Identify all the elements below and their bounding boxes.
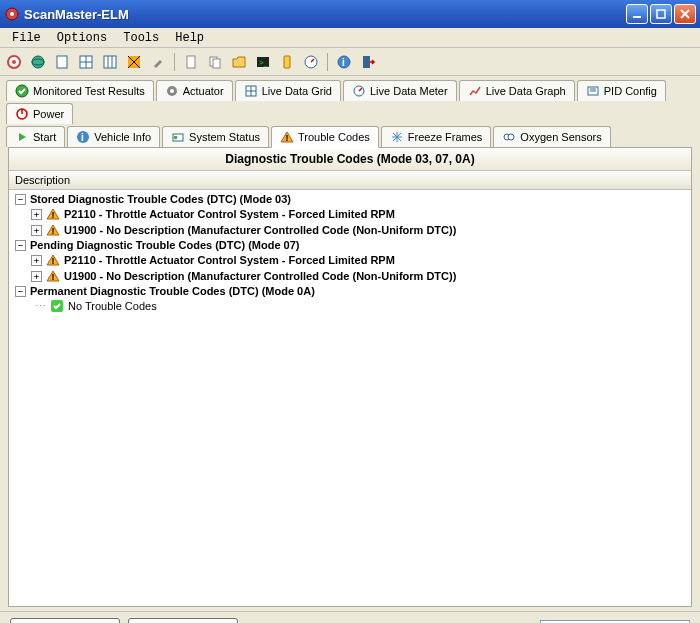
tab-strip: Monitored Test ResultsActuatorLive Data … [0, 76, 700, 124]
tab-system-status[interactable]: System Status [162, 126, 269, 147]
tree-row[interactable]: +!P2110 - Throttle Actuator Control Syst… [11, 206, 689, 222]
toolbar-target-icon[interactable] [4, 52, 24, 72]
toolbar-globe-icon[interactable] [28, 52, 48, 72]
menu-file[interactable]: File [4, 29, 49, 47]
tab-live-data-graph[interactable]: Live Data Graph [459, 80, 575, 101]
dtc-item-label: U1900 - No Description (Manufacturer Con… [64, 224, 456, 236]
svg-rect-46 [174, 136, 177, 139]
svg-rect-20 [213, 59, 220, 68]
info-icon: i [76, 130, 90, 144]
close-button[interactable] [674, 4, 696, 24]
toolbar-folder-icon[interactable] [229, 52, 249, 72]
toolbar-copy-icon[interactable] [205, 52, 225, 72]
toolbar-device-icon[interactable] [277, 52, 297, 72]
tab-start[interactable]: Start [6, 126, 65, 147]
svg-text:!: ! [52, 226, 55, 236]
tab-label: Oxygen Sensors [520, 131, 601, 143]
tab-label: Live Data Graph [486, 85, 566, 97]
toolbar-flag-icon[interactable] [124, 52, 144, 72]
tab-live-data-grid[interactable]: Live Data Grid [235, 80, 341, 101]
tree-row[interactable]: −Stored Diagnostic Trouble Codes (DTC) (… [11, 192, 689, 206]
tab-label: PID Config [604, 85, 657, 97]
toolbar-info-icon[interactable]: i [334, 52, 354, 72]
warning-icon: ! [46, 223, 60, 237]
grid-icon [244, 84, 258, 98]
toolbar-terminal-icon[interactable]: >_ [253, 52, 273, 72]
pid-icon [586, 84, 600, 98]
tab-label: Power [33, 108, 64, 120]
dtc-item-label: P2110 - Throttle Actuator Control System… [64, 208, 395, 220]
warning-icon: ! [46, 269, 60, 283]
toolbar-grid-icon[interactable] [76, 52, 96, 72]
tab-freeze-frames[interactable]: Freeze Frames [381, 126, 492, 147]
toolbar-exit-icon[interactable] [358, 52, 378, 72]
maximize-button[interactable] [650, 4, 672, 24]
tab-power[interactable]: Power [6, 103, 73, 124]
check-icon [15, 84, 29, 98]
warning-icon: ! [280, 130, 294, 144]
menu-options[interactable]: Options [49, 29, 115, 47]
toolbar-wrench-icon[interactable] [148, 52, 168, 72]
dtc-tree: −Stored Diagnostic Trouble Codes (DTC) (… [9, 190, 691, 606]
gear-icon [165, 84, 179, 98]
tab-live-data-meter[interactable]: Live Data Meter [343, 80, 457, 101]
tree-toggle[interactable]: − [15, 286, 26, 297]
minimize-button[interactable] [626, 4, 648, 24]
graph-icon [468, 84, 482, 98]
menu-tools[interactable]: Tools [115, 29, 167, 47]
tree-toggle[interactable]: − [15, 240, 26, 251]
trouble-codes-panel: Diagnostic Trouble Codes (Mode 03, 07, 0… [8, 147, 692, 607]
power-icon [15, 107, 29, 121]
svg-rect-14 [104, 56, 116, 68]
tree-toggle[interactable]: + [31, 271, 42, 282]
dtc-item-label: U1900 - No Description (Manufacturer Con… [64, 270, 456, 282]
app-icon [4, 6, 20, 22]
tree-row[interactable]: ⋯No Trouble Codes [11, 298, 689, 314]
svg-marker-42 [19, 133, 26, 141]
menu-help[interactable]: Help [167, 29, 212, 47]
ok-icon [50, 299, 64, 313]
toolbar-separator [174, 53, 175, 71]
tab-vehicle-info[interactable]: iVehicle Info [67, 126, 160, 147]
tree-row[interactable]: −Pending Diagnostic Trouble Codes (DTC) … [11, 238, 689, 252]
tab-actuator[interactable]: Actuator [156, 80, 233, 101]
svg-point-8 [32, 56, 44, 68]
tree-toggle[interactable]: − [15, 194, 26, 205]
tree-group-label: Pending Diagnostic Trouble Codes (DTC) (… [30, 239, 300, 251]
tab-label: Actuator [183, 85, 224, 97]
freeze-icon [390, 130, 404, 144]
svg-text:!: ! [286, 133, 289, 143]
clear-button[interactable]: Clear [128, 618, 238, 623]
svg-text:!: ! [52, 272, 55, 282]
tree-row[interactable]: −Permanent Diagnostic Trouble Codes (DTC… [11, 284, 689, 298]
tab-label: Live Data Grid [262, 85, 332, 97]
tree-toggle[interactable]: + [31, 255, 42, 266]
tab-monitored-test-results[interactable]: Monitored Test Results [6, 80, 154, 101]
tab-oxygen-sensors[interactable]: Oxygen Sensors [493, 126, 610, 147]
read-button[interactable]: Read [10, 618, 120, 623]
tree-toggle[interactable]: + [31, 209, 42, 220]
svg-point-7 [12, 60, 16, 64]
svg-point-1 [10, 12, 14, 16]
toolbar-doc-icon[interactable] [52, 52, 72, 72]
status-icon [171, 130, 185, 144]
svg-text:>_: >_ [259, 58, 269, 67]
tab-label: Vehicle Info [94, 131, 151, 143]
toolbar-page-icon[interactable] [181, 52, 201, 72]
toolbar-separator [327, 53, 328, 71]
tree-row[interactable]: +!P2110 - Throttle Actuator Control Syst… [11, 252, 689, 268]
tree-row[interactable]: +!U1900 - No Description (Manufacturer C… [11, 222, 689, 238]
tree-toggle[interactable]: + [31, 225, 42, 236]
tree-group-label: Permanent Diagnostic Trouble Codes (DTC)… [30, 285, 315, 297]
toolbar-table-icon[interactable] [100, 52, 120, 72]
tree-row[interactable]: +!U1900 - No Description (Manufacturer C… [11, 268, 689, 284]
tab-label: System Status [189, 131, 260, 143]
tree-connector: ⋯ [35, 300, 46, 313]
warning-icon: ! [46, 253, 60, 267]
tab-trouble-codes[interactable]: !Trouble Codes [271, 126, 379, 148]
svg-rect-18 [187, 56, 195, 68]
toolbar-gauge-icon[interactable] [301, 52, 321, 72]
tab-pid-config[interactable]: PID Config [577, 80, 666, 101]
svg-text:i: i [342, 57, 345, 68]
no-codes-label: No Trouble Codes [68, 300, 157, 312]
